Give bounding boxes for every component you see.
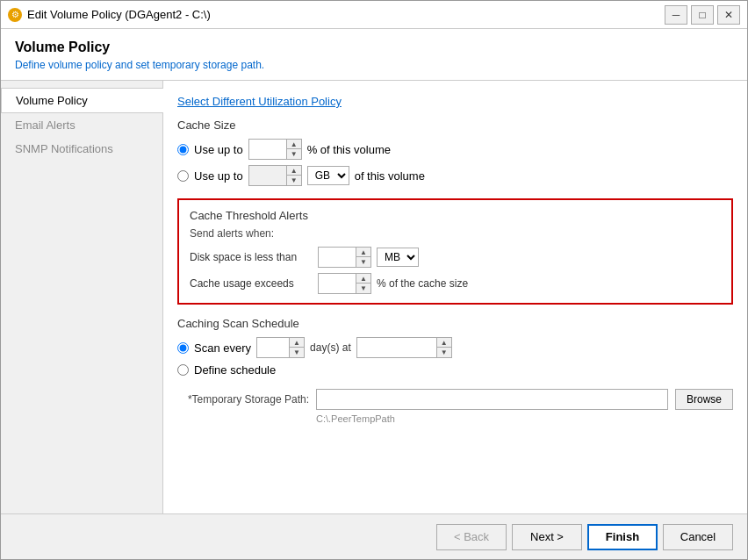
- maximize-button[interactable]: □: [691, 5, 714, 25]
- cache-usage-spinbox: 80 ▲ ▼: [318, 273, 371, 294]
- storage-section: *Temporary Storage Path: C:\ Browse C:\.…: [177, 389, 733, 424]
- cache-usage-down[interactable]: ▼: [356, 284, 370, 293]
- scan-time-spinbox: 10:00:00 PM ▲ ▼: [356, 337, 452, 358]
- cache-option2-radio[interactable]: [177, 170, 189, 182]
- maximize-icon: □: [699, 9, 705, 21]
- disk-space-arrows: ▲ ▼: [356, 248, 370, 267]
- footer: < Back Next > Finish Cancel: [1, 513, 747, 559]
- cache-percent-spinbox: 75 ▲ ▼: [248, 139, 302, 160]
- cache-option1-radio[interactable]: [177, 144, 189, 155]
- minimize-button[interactable]: ─: [665, 5, 687, 25]
- back-button[interactable]: < Back: [436, 524, 507, 550]
- define-schedule-row: Define schedule: [177, 363, 733, 377]
- main-window: ⚙ Edit Volume Policy (DGAgent2 - C:\) ─ …: [0, 0, 748, 560]
- scan-every-label: Scan every: [194, 341, 251, 355]
- cache-percent-up[interactable]: ▲: [287, 140, 301, 149]
- title-bar-controls: ─ □ ✕: [665, 5, 740, 25]
- cache-percent-input[interactable]: 75: [249, 140, 286, 159]
- scan-days-input[interactable]: 1: [257, 338, 289, 357]
- cache-option1-unit: % of this volume: [307, 143, 391, 156]
- disk-space-input[interactable]: 500: [319, 248, 356, 267]
- cache-gb-arrows: ▲ ▼: [286, 166, 301, 185]
- cache-option2-row: Use up to 10 ▲ ▼ GB MB TB of this volume: [177, 165, 733, 186]
- cache-gb-spinbox: 10 ▲ ▼: [248, 165, 302, 186]
- sidebar-item-email-alerts[interactable]: Email Alerts: [1, 113, 162, 137]
- storage-hint: C:\.PeerTempPath: [316, 413, 733, 424]
- threshold-title: Cache Threshold Alerts: [190, 209, 721, 222]
- cache-option1-label: Use up to: [194, 143, 243, 156]
- minimize-icon: ─: [672, 9, 680, 21]
- scan-unit-label: day(s) at: [310, 341, 351, 354]
- cache-usage-up[interactable]: ▲: [356, 274, 370, 284]
- scan-days-down[interactable]: ▼: [290, 348, 304, 357]
- cache-size-title: Cache Size: [177, 118, 733, 132]
- cache-percent-down[interactable]: ▼: [287, 149, 301, 159]
- finish-button[interactable]: Finish: [587, 524, 658, 550]
- threshold-row1-label: Disk space is less than: [190, 251, 313, 263]
- cache-percent-arrows: ▲ ▼: [286, 140, 301, 159]
- scan-days-up[interactable]: ▲: [290, 338, 304, 348]
- next-button[interactable]: Next >: [512, 524, 582, 550]
- cache-option2-label: Use up to: [194, 169, 243, 183]
- disk-space-down[interactable]: ▼: [356, 257, 370, 267]
- content-area: Volume Policy Email Alerts SNMP Notifica…: [1, 81, 747, 513]
- cancel-button[interactable]: Cancel: [663, 524, 733, 550]
- cache-size-section: Cache Size Use up to 75 ▲ ▼ % of this vo…: [177, 118, 733, 186]
- threshold-row2: Cache usage exceeds 80 ▲ ▼ % of the cach…: [190, 273, 721, 294]
- cache-gb-down[interactable]: ▼: [287, 176, 301, 185]
- title-bar-left: ⚙ Edit Volume Policy (DGAgent2 - C:\): [8, 8, 211, 22]
- main-panel: Select Different Utilization Policy Cach…: [163, 81, 747, 513]
- cache-usage-input[interactable]: 80: [319, 274, 356, 293]
- close-icon: ✕: [724, 9, 733, 21]
- title-bar: ⚙ Edit Volume Policy (DGAgent2 - C:\) ─ …: [1, 1, 747, 29]
- scan-time-input[interactable]: 10:00:00 PM: [357, 338, 436, 357]
- cache-usage-arrows: ▲ ▼: [356, 274, 370, 293]
- sidebar: Volume Policy Email Alerts SNMP Notifica…: [1, 81, 163, 513]
- threshold-row2-label: Cache usage exceeds: [190, 277, 313, 290]
- cache-usage-suffix: % of the cache size: [377, 277, 468, 290]
- threshold-subtitle: Send alerts when:: [190, 227, 721, 240]
- scan-time-up[interactable]: ▲: [437, 338, 451, 348]
- scan-days-spinbox: 1 ▲ ▼: [256, 337, 305, 358]
- page-subtitle: Define volume policy and set temporary s…: [15, 59, 733, 71]
- cache-option2-suffix: of this volume: [355, 169, 425, 183]
- storage-path-input[interactable]: C:\: [316, 389, 668, 410]
- cache-gb-unit-select[interactable]: GB MB TB: [307, 166, 349, 185]
- schedule-title: Caching Scan Schedule: [177, 317, 733, 330]
- cache-gb-input[interactable]: 10: [249, 166, 286, 185]
- scan-every-row: Scan every 1 ▲ ▼ day(s) at 10:00:00 PM ▲: [177, 337, 733, 358]
- scan-every-radio[interactable]: [177, 342, 189, 354]
- page-title: Volume Policy: [15, 39, 733, 55]
- header-area: Volume Policy Define volume policy and s…: [1, 29, 747, 81]
- threshold-box: Cache Threshold Alerts Send alerts when:…: [177, 198, 733, 305]
- sidebar-item-snmp[interactable]: SNMP Notifications: [1, 137, 162, 161]
- window-title: Edit Volume Policy (DGAgent2 - C:\): [27, 8, 211, 21]
- close-button[interactable]: ✕: [717, 5, 740, 25]
- storage-path-label: *Temporary Storage Path:: [177, 393, 309, 406]
- disk-space-spinbox: 500 ▲ ▼: [318, 247, 371, 268]
- define-schedule-radio[interactable]: [177, 364, 189, 376]
- browse-button[interactable]: Browse: [675, 389, 733, 410]
- disk-space-up[interactable]: ▲: [356, 248, 370, 257]
- cache-gb-up[interactable]: ▲: [287, 166, 301, 176]
- threshold-row1: Disk space is less than 500 ▲ ▼ MB GB TB: [190, 247, 721, 268]
- scan-time-down[interactable]: ▼: [437, 348, 451, 357]
- app-icon: ⚙: [8, 8, 22, 22]
- disk-space-unit-select[interactable]: MB GB TB: [377, 248, 419, 267]
- storage-row: *Temporary Storage Path: C:\ Browse: [177, 389, 733, 410]
- scan-time-arrows: ▲ ▼: [436, 338, 451, 357]
- scan-days-arrows: ▲ ▼: [289, 338, 304, 357]
- select-policy-link[interactable]: Select Different Utilization Policy: [177, 95, 733, 108]
- define-schedule-label: Define schedule: [194, 363, 276, 377]
- cache-option1-row: Use up to 75 ▲ ▼ % of this volume: [177, 139, 733, 160]
- schedule-section: Caching Scan Schedule Scan every 1 ▲ ▼ d…: [177, 317, 733, 377]
- sidebar-item-volume-policy[interactable]: Volume Policy: [1, 88, 163, 113]
